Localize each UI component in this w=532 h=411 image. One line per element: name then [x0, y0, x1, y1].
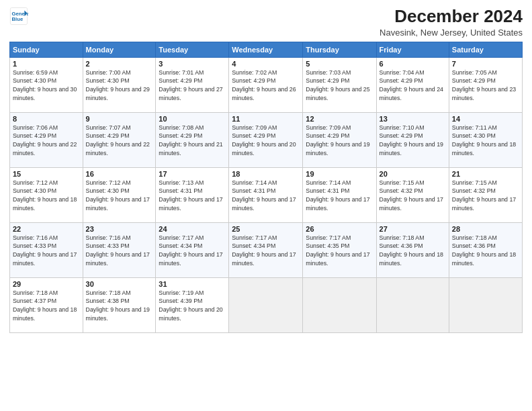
day-number: 18 [232, 170, 300, 178]
day-info: Sunrise: 7:17 AM Sunset: 4:35 PM Dayligh… [306, 234, 373, 268]
day-number: 25 [232, 225, 300, 233]
table-row: 8 Sunrise: 7:06 AM Sunset: 4:29 PM Dayli… [10, 112, 83, 167]
day-info: Sunrise: 7:07 AM Sunset: 4:29 PM Dayligh… [86, 124, 153, 158]
table-row: 5 Sunrise: 7:03 AM Sunset: 4:29 PM Dayli… [303, 57, 376, 112]
table-row: 24 Sunrise: 7:17 AM Sunset: 4:34 PM Dayl… [156, 222, 229, 277]
day-number: 15 [13, 170, 80, 178]
day-info: Sunrise: 7:10 AM Sunset: 4:29 PM Dayligh… [380, 124, 446, 158]
day-info: Sunrise: 7:14 AM Sunset: 4:31 PM Dayligh… [306, 179, 373, 213]
day-number: 1 [13, 60, 80, 68]
day-number: 6 [380, 60, 446, 68]
table-row: 26 Sunrise: 7:17 AM Sunset: 4:35 PM Dayl… [303, 222, 376, 277]
table-row: 19 Sunrise: 7:14 AM Sunset: 4:31 PM Dayl… [303, 167, 376, 222]
day-info: Sunrise: 7:08 AM Sunset: 4:29 PM Dayligh… [159, 124, 226, 158]
table-row: 23 Sunrise: 7:16 AM Sunset: 4:33 PM Dayl… [83, 222, 156, 277]
day-number: 30 [86, 280, 153, 288]
table-row: 7 Sunrise: 7:05 AM Sunset: 4:29 PM Dayli… [449, 57, 522, 112]
table-row: 10 Sunrise: 7:08 AM Sunset: 4:29 PM Dayl… [156, 112, 229, 167]
day-info: Sunrise: 7:02 AM Sunset: 4:29 PM Dayligh… [232, 68, 300, 103]
table-row: 14 Sunrise: 7:11 AM Sunset: 4:30 PM Dayl… [449, 112, 522, 167]
col-wednesday: Wednesday [229, 42, 303, 57]
day-number: 3 [159, 60, 226, 68]
day-info: Sunrise: 7:04 AM Sunset: 4:29 PM Dayligh… [380, 68, 446, 103]
day-number: 17 [159, 170, 226, 178]
day-number: 27 [380, 225, 446, 233]
subtitle: Navesink, New Jersey, United States [380, 28, 523, 38]
table-row: 17 Sunrise: 7:13 AM Sunset: 4:31 PM Dayl… [156, 167, 229, 222]
day-number: 20 [380, 170, 446, 178]
logo: General Blue [9, 7, 28, 26]
day-number: 22 [13, 225, 80, 233]
day-info: Sunrise: 7:18 AM Sunset: 4:36 PM Dayligh… [380, 234, 446, 268]
day-info: Sunrise: 7:16 AM Sunset: 4:33 PM Dayligh… [13, 234, 80, 268]
table-row: 11 Sunrise: 7:09 AM Sunset: 4:29 PM Dayl… [229, 112, 303, 167]
day-info: Sunrise: 7:18 AM Sunset: 4:36 PM Dayligh… [452, 234, 519, 268]
table-row: 31 Sunrise: 7:19 AM Sunset: 4:39 PM Dayl… [156, 277, 229, 332]
svg-text:Blue: Blue [12, 16, 24, 22]
day-info: Sunrise: 7:11 AM Sunset: 4:30 PM Dayligh… [452, 124, 519, 158]
day-info: Sunrise: 6:59 AM Sunset: 4:30 PM Dayligh… [13, 68, 80, 103]
day-info: Sunrise: 7:17 AM Sunset: 4:34 PM Dayligh… [159, 234, 226, 268]
day-info: Sunrise: 7:15 AM Sunset: 4:32 PM Dayligh… [452, 179, 519, 213]
day-info: Sunrise: 7:13 AM Sunset: 4:31 PM Dayligh… [159, 179, 226, 213]
table-row: 15 Sunrise: 7:12 AM Sunset: 4:30 PM Dayl… [10, 167, 83, 222]
table-row [303, 277, 376, 332]
col-saturday: Saturday [449, 42, 522, 57]
table-row: 30 Sunrise: 7:18 AM Sunset: 4:38 PM Dayl… [83, 277, 156, 332]
header: General Blue December 2024 Navesink, New… [9, 7, 523, 38]
calendar-header-row: Sunday Monday Tuesday Wednesday Thursday… [10, 42, 523, 57]
table-row: 4 Sunrise: 7:02 AM Sunset: 4:29 PM Dayli… [229, 57, 303, 112]
day-number: 26 [306, 225, 373, 233]
day-number: 4 [232, 60, 300, 68]
day-info: Sunrise: 7:09 AM Sunset: 4:29 PM Dayligh… [232, 124, 300, 158]
col-tuesday: Tuesday [156, 42, 229, 57]
table-row: 12 Sunrise: 7:09 AM Sunset: 4:29 PM Dayl… [303, 112, 376, 167]
day-number: 31 [159, 280, 226, 288]
day-info: Sunrise: 7:12 AM Sunset: 4:30 PM Dayligh… [13, 179, 80, 213]
day-number: 8 [13, 115, 80, 123]
day-info: Sunrise: 7:09 AM Sunset: 4:29 PM Dayligh… [306, 124, 373, 158]
day-number: 13 [380, 115, 446, 123]
day-info: Sunrise: 7:12 AM Sunset: 4:30 PM Dayligh… [86, 179, 153, 213]
table-row: 22 Sunrise: 7:16 AM Sunset: 4:33 PM Dayl… [10, 222, 83, 277]
day-info: Sunrise: 7:00 AM Sunset: 4:30 PM Dayligh… [86, 68, 153, 103]
table-row: 20 Sunrise: 7:15 AM Sunset: 4:32 PM Dayl… [376, 167, 449, 222]
day-info: Sunrise: 7:16 AM Sunset: 4:33 PM Dayligh… [86, 234, 153, 268]
table-row: 3 Sunrise: 7:01 AM Sunset: 4:29 PM Dayli… [156, 57, 229, 112]
day-info: Sunrise: 7:19 AM Sunset: 4:39 PM Dayligh… [159, 289, 226, 323]
day-info: Sunrise: 7:15 AM Sunset: 4:32 PM Dayligh… [380, 179, 446, 213]
day-info: Sunrise: 7:14 AM Sunset: 4:31 PM Dayligh… [232, 179, 300, 213]
day-info: Sunrise: 7:03 AM Sunset: 4:29 PM Dayligh… [306, 68, 373, 103]
day-number: 2 [86, 60, 153, 68]
col-monday: Monday [83, 42, 156, 57]
day-number: 29 [13, 280, 80, 288]
day-number: 19 [306, 170, 373, 178]
day-number: 21 [452, 170, 519, 178]
table-row: 18 Sunrise: 7:14 AM Sunset: 4:31 PM Dayl… [229, 167, 303, 222]
calendar-table: Sunday Monday Tuesday Wednesday Thursday… [9, 42, 523, 333]
table-row: 21 Sunrise: 7:15 AM Sunset: 4:32 PM Dayl… [449, 167, 522, 222]
col-friday: Friday [376, 42, 449, 57]
table-row: 27 Sunrise: 7:18 AM Sunset: 4:36 PM Dayl… [376, 222, 449, 277]
day-info: Sunrise: 7:18 AM Sunset: 4:37 PM Dayligh… [13, 289, 80, 323]
table-row: 25 Sunrise: 7:17 AM Sunset: 4:34 PM Dayl… [229, 222, 303, 277]
col-sunday: Sunday [10, 42, 83, 57]
day-info: Sunrise: 7:01 AM Sunset: 4:29 PM Dayligh… [159, 68, 226, 103]
day-number: 28 [452, 225, 519, 233]
day-number: 12 [306, 115, 373, 123]
day-number: 16 [86, 170, 153, 178]
page: General Blue December 2024 Navesink, New… [0, 0, 532, 411]
table-row: 2 Sunrise: 7:00 AM Sunset: 4:30 PM Dayli… [83, 57, 156, 112]
table-row: 29 Sunrise: 7:18 AM Sunset: 4:37 PM Dayl… [10, 277, 83, 332]
col-thursday: Thursday [303, 42, 376, 57]
day-number: 24 [159, 225, 226, 233]
day-number: 14 [452, 115, 519, 123]
day-number: 7 [452, 60, 519, 68]
day-number: 5 [306, 60, 373, 68]
table-row [376, 277, 449, 332]
day-info: Sunrise: 7:05 AM Sunset: 4:29 PM Dayligh… [452, 68, 519, 103]
table-row: 13 Sunrise: 7:10 AM Sunset: 4:29 PM Dayl… [376, 112, 449, 167]
day-number: 10 [159, 115, 226, 123]
day-number: 23 [86, 225, 153, 233]
table-row [229, 277, 303, 332]
